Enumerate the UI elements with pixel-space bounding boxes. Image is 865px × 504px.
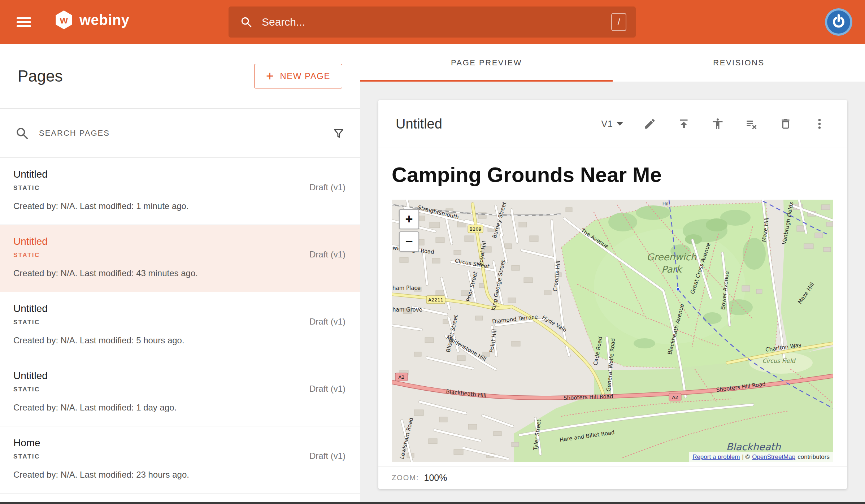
map-attribution: Report a problem | © OpenStreetMap contr…	[689, 452, 833, 462]
page-item-status: Draft (v1)	[309, 384, 345, 394]
attribution-suffix: contributors	[797, 453, 830, 461]
person-icon	[711, 117, 724, 130]
window-bottom-edge	[0, 502, 865, 504]
card-footer: ZOOM: 100%	[378, 466, 847, 489]
page-item-type: STATIC	[13, 386, 345, 393]
map-label-greenwich-park: Greenwich	[647, 252, 697, 262]
card-page-title: Untitled	[396, 116, 442, 132]
kebab-menu-icon	[813, 117, 826, 130]
plus-icon: +	[266, 70, 274, 83]
hamburger-icon	[17, 17, 31, 19]
map-badge-a2211: A2211	[428, 297, 443, 303]
page-item-title: Untitled	[13, 236, 345, 247]
map-badge-a2: A2	[398, 374, 404, 380]
attribution-divider: | ©	[742, 453, 750, 461]
menu-button[interactable]	[17, 13, 33, 31]
map-label: ham Place	[392, 285, 421, 291]
map-badge-a2: A2	[672, 395, 678, 400]
map[interactable]: B209 A2211 A2 A2 Straightsmouth	[392, 200, 833, 462]
search-pages-input[interactable]	[39, 129, 332, 138]
zoom-label: ZOOM:	[392, 474, 419, 482]
page-list-item-selected[interactable]: Untitled STATIC Created by: N/A. Last mo…	[0, 225, 360, 292]
page-item-status: Draft (v1)	[309, 451, 345, 461]
page-list-item[interactable]: Home STATIC Created by: N/A. Last modifi…	[0, 426, 360, 494]
page-list-item[interactable]: Untitled STATIC Created by: N/A. Last mo…	[0, 292, 360, 359]
new-page-button[interactable]: + NEW PAGE	[254, 64, 342, 88]
publish-icon	[677, 117, 690, 130]
more-options-button[interactable]	[812, 117, 827, 131]
page-item-meta: Created by: N/A. Last modified: 5 hours …	[13, 335, 345, 346]
page-item-meta: Created by: N/A. Last modified: 1 minute…	[13, 201, 345, 211]
search-shortcut-key: /	[611, 13, 626, 31]
page-item-meta: Created by: N/A. Last modified: 1 day ag…	[13, 403, 345, 413]
page-item-type: STATIC	[13, 252, 345, 259]
page-heading: Camping Grounds Near Me	[392, 162, 834, 187]
global-search-input[interactable]	[262, 16, 611, 28]
page-item-status: Draft (v1)	[309, 182, 345, 192]
zoom-value: 100%	[424, 473, 447, 483]
page-title: Pages	[18, 67, 63, 85]
review-button[interactable]	[710, 117, 725, 131]
preview-tabs: PAGE PREVIEW REVISIONS	[360, 44, 865, 82]
page-item-title: Untitled	[13, 169, 345, 180]
global-search[interactable]: /	[229, 6, 636, 38]
chevron-down-icon	[617, 122, 623, 126]
brand-name: webiny	[79, 12, 130, 28]
page-preview-card: Untitled V1	[378, 100, 847, 489]
version-selector[interactable]: V1	[601, 119, 623, 129]
delete-revision-button[interactable]	[744, 117, 759, 131]
webiny-logo-icon: w	[54, 9, 74, 30]
report-problem-link[interactable]: Report a problem	[692, 453, 740, 461]
page-item-status: Draft (v1)	[309, 317, 345, 327]
map-label: ham Grove	[392, 307, 422, 313]
page-item-type: STATIC	[13, 453, 345, 460]
map-label: Hill	[662, 201, 670, 207]
pages-list: Untitled STATIC Created by: N/A. Last mo…	[0, 158, 360, 494]
map-marker-dot	[677, 288, 680, 291]
card-body: Camping Grounds Near Me	[378, 162, 847, 462]
page-item-title: Untitled	[13, 370, 345, 382]
playlist-remove-icon	[745, 117, 758, 130]
preview-panel: PAGE PREVIEW REVISIONS Untitled V1	[360, 44, 865, 504]
map-zoom-controls: + −	[399, 209, 419, 252]
version-label: V1	[601, 119, 613, 129]
pencil-icon	[643, 117, 656, 130]
page-item-title: Untitled	[13, 303, 345, 314]
page-list-item[interactable]: Untitled STATIC Created by: N/A. Last mo…	[0, 158, 360, 225]
tab-revisions[interactable]: REVISIONS	[613, 44, 865, 82]
map-badge-b209: B209	[469, 226, 482, 232]
card-controls: V1	[601, 117, 827, 131]
map-canvas: B209 A2211 A2 A2 Straightsmouth	[392, 200, 833, 462]
page-item-meta: Created by: N/A. Last modified: 43 minut…	[13, 268, 345, 278]
card-header: Untitled V1	[378, 100, 847, 148]
pages-search-bar	[0, 108, 360, 158]
avatar-power-icon	[825, 8, 853, 36]
filter-icon[interactable]	[332, 127, 345, 139]
map-label-blackheath: Blackheath	[726, 441, 781, 452]
user-avatar[interactable]	[825, 8, 853, 36]
trash-icon	[779, 117, 792, 130]
map-label: Circus Field	[762, 357, 796, 364]
map-zoom-out-button[interactable]: −	[399, 231, 419, 252]
page-item-status: Draft (v1)	[309, 249, 345, 260]
page-item-type: STATIC	[13, 184, 345, 192]
page-list-item[interactable]: Untitled STATIC Created by: N/A. Last mo…	[0, 359, 360, 426]
openstreetmap-link[interactable]: OpenStreetMap	[752, 453, 795, 461]
map-zoom-in-button[interactable]: +	[399, 209, 419, 229]
topbar: w webiny /	[0, 0, 865, 44]
edit-button[interactable]	[643, 117, 657, 131]
map-label-greenwich-park: Park	[661, 264, 683, 275]
new-page-label: NEW PAGE	[280, 71, 330, 81]
page-item-title: Home	[13, 437, 345, 449]
preview-area: Untitled V1	[360, 82, 865, 504]
search-icon	[240, 16, 252, 28]
page-item-meta: Created by: N/A. Last modified: 23 hours…	[13, 470, 345, 480]
tab-page-preview[interactable]: PAGE PREVIEW	[360, 44, 613, 82]
pages-panel: Pages + NEW PAGE Untitled S	[0, 44, 360, 504]
brand[interactable]: w webiny	[54, 9, 130, 30]
app-root: w webiny / Pages	[0, 0, 865, 504]
svg-text:w: w	[60, 14, 68, 26]
delete-button[interactable]	[778, 117, 793, 131]
search-pages-icon	[15, 126, 29, 140]
publish-button[interactable]	[677, 117, 691, 131]
